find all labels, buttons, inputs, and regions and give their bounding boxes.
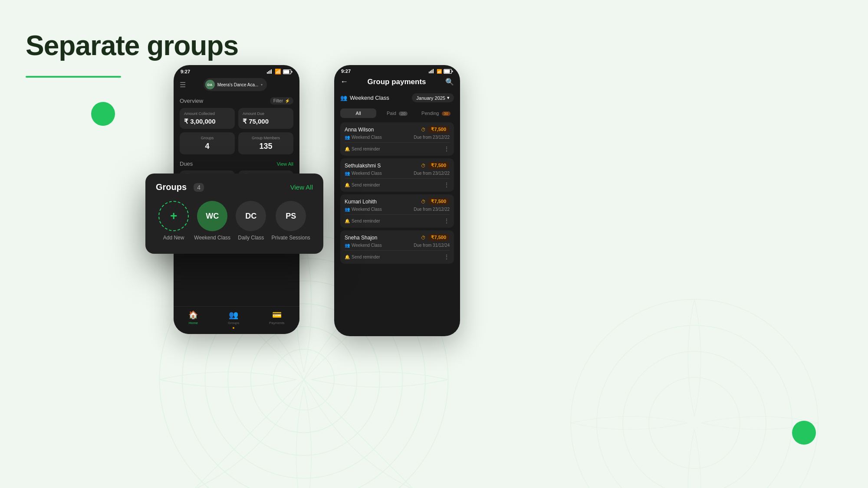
- dues-title: Dues: [180, 160, 193, 167]
- popup-view-all-link[interactable]: View All: [290, 183, 313, 191]
- academy-name: Meera's Dance Aca...: [217, 82, 259, 87]
- more-options-1[interactable]: ⋮: [444, 145, 450, 152]
- stats-row-2: Groups 4 Group Members 135: [180, 132, 293, 154]
- academy-badge[interactable]: DA Meera's Dance Aca... ▾: [204, 78, 267, 91]
- payment-list: Anna Wilson ⏱ ₹7,500 👥 Weekend Class Due…: [334, 122, 460, 264]
- group-icon-4: 👥: [345, 243, 350, 248]
- ps-circle: PS: [276, 201, 306, 231]
- svg-rect-10: [267, 72, 268, 74]
- due-date-1: Due from 23/12/22: [414, 135, 450, 140]
- filter-button[interactable]: Filter ⚡: [270, 97, 293, 105]
- wc-circle: WC: [197, 201, 227, 231]
- more-options-3[interactable]: ⋮: [444, 217, 450, 224]
- groups-count-badge: 4: [194, 183, 204, 192]
- svg-rect-19: [431, 70, 432, 73]
- view-all-link[interactable]: View All: [277, 161, 293, 167]
- payment-item-3: Kumari Lohith ⏱ ₹7,500 👥 Weekend Class D…: [340, 194, 454, 228]
- status-icons-left: 📶: [267, 69, 293, 75]
- group-wc[interactable]: WC Weekend Class: [194, 201, 230, 241]
- group-icon-2: 👥: [345, 171, 350, 176]
- svg-rect-13: [271, 69, 272, 74]
- phone-header-left: ☰ DA Meera's Dance Aca... ▾: [174, 76, 299, 95]
- amount-pill-1: ₹7,500: [427, 126, 450, 133]
- more-options-2[interactable]: ⋮: [444, 181, 450, 188]
- payment-name-3: Kumari Lohith: [345, 199, 377, 205]
- phone-right: 9:27 📶 ← Group payments 🔍 👥 Weekend Clas…: [334, 65, 460, 336]
- members-count-card: Group Members 135: [238, 132, 293, 154]
- nav-dot: [233, 327, 234, 329]
- group-dc[interactable]: DC Daily Class: [236, 201, 266, 241]
- bell-icon-4: 🔔: [345, 255, 350, 259]
- tab-paid[interactable]: Paid 20: [379, 108, 415, 118]
- bell-icon-2: 🔔: [345, 183, 350, 187]
- popup-title: Groups: [156, 182, 187, 192]
- page-title: Separate groups: [26, 29, 238, 62]
- payment-group-3: 👥 Weekend Class: [345, 207, 382, 212]
- svg-rect-17: [429, 72, 430, 73]
- overview-title: Overview: [180, 98, 203, 104]
- payment-item-1: Anna Wilson ⏱ ₹7,500 👥 Weekend Class Due…: [340, 122, 454, 156]
- groups-circles: + Add New WC Weekend Class DC Daily Clas…: [156, 201, 313, 241]
- status-time-right: 9:27: [341, 69, 351, 74]
- month-selector[interactable]: January 2025 ▾: [412, 93, 454, 102]
- group-selector: 👥 Weekend Class January 2025 ▾: [334, 91, 460, 105]
- send-reminder-1[interactable]: 🔔 Send reminder: [345, 147, 380, 151]
- clock-icon-4: ⏱: [421, 235, 426, 240]
- nav-groups[interactable]: 👥 Groups: [228, 310, 239, 329]
- status-bar-left: 9:27 📶: [174, 65, 299, 76]
- tab-all[interactable]: All: [340, 108, 376, 118]
- title-underline: [26, 76, 121, 78]
- send-reminder-4[interactable]: 🔔 Send reminder: [345, 255, 380, 259]
- gp-title: Group payments: [367, 78, 426, 86]
- payment-name-1: Anna Wilson: [345, 127, 374, 133]
- svg-rect-11: [268, 71, 269, 74]
- payment-group-4: 👥 Weekend Class: [345, 243, 382, 248]
- filter-icon: ⚡: [285, 98, 290, 103]
- status-time-left: 9:27: [181, 69, 190, 74]
- month-chevron-icon: ▾: [447, 95, 450, 101]
- clock-icon-3: ⏱: [421, 199, 426, 204]
- home-icon: 🏠: [188, 310, 198, 320]
- bottom-nav-left: 🏠 Home 👥 Groups 💳 Payments: [174, 306, 299, 334]
- search-button[interactable]: 🔍: [445, 78, 454, 86]
- svg-rect-16: [292, 71, 293, 72]
- payment-item-4: Sneha Shajon ⏱ ₹7,500 👥 Weekend Class Du…: [340, 230, 454, 264]
- group-icon-3: 👥: [345, 207, 350, 212]
- amount-collected-card: Amount Collected ₹ 3,00,000: [180, 108, 235, 129]
- bell-icon-1: 🔔: [345, 147, 350, 151]
- pending-badge: 30: [442, 111, 450, 116]
- payment-name-2: Sethulakshmi S: [345, 163, 381, 169]
- group-add[interactable]: + Add New: [158, 201, 189, 241]
- send-reminder-3[interactable]: 🔔 Send reminder: [345, 219, 380, 223]
- clock-icon-2: ⏱: [421, 163, 426, 168]
- popup-header: Groups 4 View All: [156, 182, 313, 192]
- nav-payments[interactable]: 💳 Payments: [269, 310, 285, 329]
- payments-icon: 💳: [272, 310, 282, 320]
- send-reminder-2[interactable]: 🔔 Send reminder: [345, 183, 380, 187]
- stats-row-1: Amount Collected ₹ 3,00,000 Amount Due ₹…: [180, 108, 293, 129]
- nav-home[interactable]: 🏠 Home: [188, 310, 198, 329]
- amount-badge-1: ⏱ ₹7,500: [421, 126, 450, 133]
- svg-rect-18: [430, 71, 431, 73]
- due-date-4: Due from 31/12/24: [414, 243, 450, 248]
- amount-badge-4: ⏱ ₹7,500: [421, 234, 450, 241]
- academy-chevron-icon: ▾: [261, 83, 263, 87]
- amount-badge-3: ⏱ ₹7,500: [421, 198, 450, 205]
- svg-rect-15: [284, 70, 289, 73]
- status-bar-right: 9:27 📶: [334, 65, 460, 75]
- tab-pending[interactable]: Pending 30: [418, 108, 454, 118]
- group-ps[interactable]: PS Private Sessions: [271, 201, 310, 241]
- clock-icon-1: ⏱: [421, 127, 426, 132]
- svg-rect-20: [433, 69, 434, 73]
- amount-due-card: Amount Due ₹ 75,000: [238, 108, 293, 129]
- groups-popup: Groups 4 View All + Add New WC Weekend C…: [145, 174, 323, 254]
- add-circle: +: [158, 201, 189, 231]
- back-button[interactable]: ←: [340, 77, 348, 86]
- more-options-4[interactable]: ⋮: [444, 253, 450, 260]
- group-name-display[interactable]: 👥 Weekend Class: [340, 95, 389, 101]
- group-people-icon: 👥: [340, 95, 347, 101]
- svg-rect-12: [270, 70, 270, 74]
- groups-icon: 👥: [229, 310, 238, 320]
- overview-section: Overview Filter ⚡ Amount Collected ₹ 3,0…: [174, 95, 299, 160]
- hamburger-icon[interactable]: ☰: [180, 81, 186, 89]
